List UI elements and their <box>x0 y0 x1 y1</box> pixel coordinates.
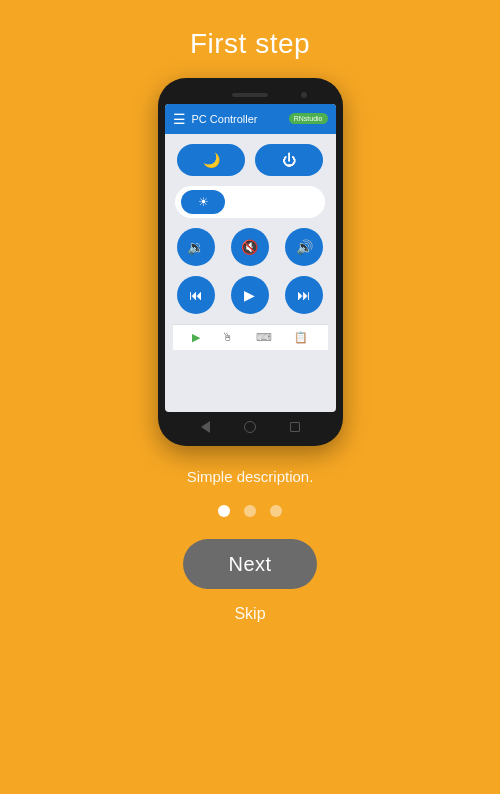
bottom-play-icon: ▶ <box>192 331 200 344</box>
volume-controls: 🔉 🔇 🔊 <box>173 228 328 266</box>
playback-controls: ⏮ ▶ ⏭ <box>173 276 328 314</box>
play-icon: ▶ <box>244 287 255 303</box>
moon-icon: 🌙 <box>203 152 220 168</box>
bottom-mouse-icon: 🖱 <box>222 331 233 343</box>
app-bar: ☰ PC Controller RNstudio <box>165 104 336 134</box>
vol-up-icon: 🔊 <box>296 239 313 255</box>
phone-nav-bar <box>164 416 337 438</box>
bottom-clipboard-icon: 📋 <box>294 331 308 344</box>
brightness-icon: ☀ <box>198 195 209 209</box>
toggle-row: 🌙 ⏻ <box>173 144 328 176</box>
dot-3 <box>270 505 282 517</box>
page-title: First step <box>190 28 310 60</box>
dot-2 <box>244 505 256 517</box>
next-button[interactable]: Next <box>183 539 317 589</box>
back-nav-icon <box>201 421 210 433</box>
app-bar-badge: RNstudio <box>289 113 328 124</box>
screen-content: 🌙 ⏻ ☀ 🔉 <box>165 134 336 412</box>
phone-camera <box>301 92 307 98</box>
fast-forward-icon: ⏭ <box>297 287 311 303</box>
power-icon: ⏻ <box>282 152 296 168</box>
vol-down-button[interactable]: 🔉 <box>177 228 215 266</box>
menu-icon: ☰ <box>173 111 186 127</box>
phone-bottom-icons: ▶ 🖱 ⌨ 📋 <box>173 324 328 350</box>
vol-down-icon: 🔉 <box>187 239 204 255</box>
brightness-slider[interactable]: ☀ <box>175 186 325 218</box>
phone-speaker <box>232 93 268 97</box>
page-indicators <box>218 505 282 517</box>
power-toggle[interactable]: ⏻ <box>255 144 323 176</box>
play-button[interactable]: ▶ <box>231 276 269 314</box>
description-text: Simple description. <box>187 468 314 485</box>
vol-up-button[interactable]: 🔊 <box>285 228 323 266</box>
brightness-thumb: ☀ <box>181 190 225 214</box>
phone-top-bar <box>164 88 337 102</box>
rewind-icon: ⏮ <box>189 287 203 303</box>
app-bar-title: PC Controller <box>192 113 289 125</box>
recent-nav-icon <box>290 422 300 432</box>
mute-icon: 🔇 <box>241 239 258 255</box>
skip-button[interactable]: Skip <box>234 605 265 623</box>
moon-toggle[interactable]: 🌙 <box>177 144 245 176</box>
mute-button[interactable]: 🔇 <box>231 228 269 266</box>
phone-screen: ☰ PC Controller RNstudio 🌙 ⏻ <box>165 104 336 412</box>
phone-body: ☰ PC Controller RNstudio 🌙 ⏻ <box>158 78 343 446</box>
dot-1 <box>218 505 230 517</box>
phone-mockup: ☰ PC Controller RNstudio 🌙 ⏻ <box>158 78 343 446</box>
bottom-keyboard-icon: ⌨ <box>256 331 272 344</box>
rewind-button[interactable]: ⏮ <box>177 276 215 314</box>
home-nav-icon <box>244 421 256 433</box>
fast-forward-button[interactable]: ⏭ <box>285 276 323 314</box>
